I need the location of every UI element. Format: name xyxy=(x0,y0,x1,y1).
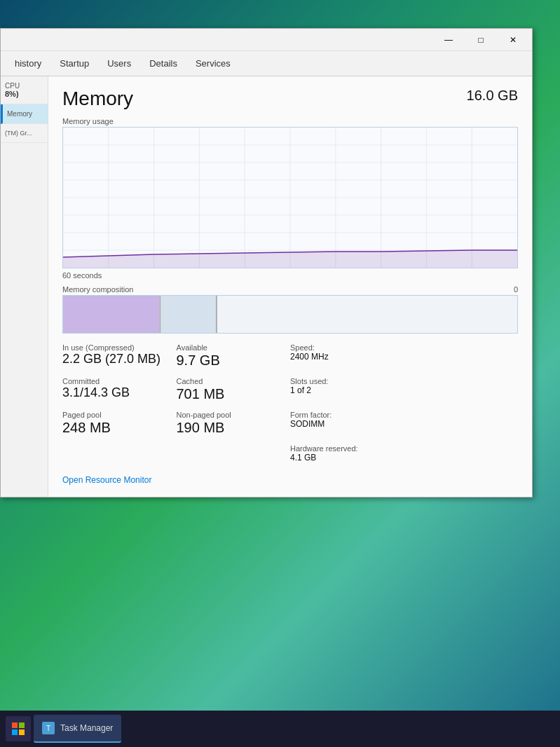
maximize-button[interactable]: □ xyxy=(465,29,497,51)
stats-grid: In use (Compressed) 2.2 GB (27.0 MB) Ava… xyxy=(62,342,518,464)
time-label: 60 seconds xyxy=(62,271,518,280)
tab-users[interactable]: Users xyxy=(99,54,139,73)
usage-chart-container xyxy=(62,127,518,268)
stat-slots: Slots used: 1 of 2 xyxy=(290,376,404,404)
title-bar: — □ ✕ xyxy=(1,29,532,51)
composition-svg xyxy=(63,296,517,334)
menu-tabs: history Startup Users Details Services xyxy=(1,51,532,76)
usage-chart-svg xyxy=(63,128,517,268)
task-manager-taskbar-label: Task Manager xyxy=(60,723,113,733)
sidebar-cpu[interactable]: CPU 8%) xyxy=(1,76,48,104)
composition-section: Memory composition 0 xyxy=(62,285,518,334)
svg-marker-16 xyxy=(63,250,517,268)
windows-logo-icon xyxy=(11,722,25,736)
svg-rect-24 xyxy=(12,729,18,735)
composition-label: Memory composition xyxy=(62,285,133,294)
stat-committed: Committed 3.1/14.3 GB xyxy=(62,376,177,404)
composition-zero: 0 xyxy=(514,285,518,294)
task-manager-icon: T xyxy=(42,722,55,734)
total-ram-label: 16.0 GB xyxy=(467,88,518,104)
composition-bar xyxy=(62,295,518,334)
composition-header: Memory composition 0 xyxy=(62,285,518,294)
stat-hardware-reserved: Hardware reserved: 4.1 GB xyxy=(290,443,518,464)
stat-speed: Speed: 2400 MHz xyxy=(290,342,404,370)
svg-rect-21 xyxy=(217,296,517,334)
svg-rect-20 xyxy=(216,296,217,334)
tab-history[interactable]: history xyxy=(6,54,50,73)
svg-rect-25 xyxy=(19,729,25,735)
page-title: Memory xyxy=(62,88,133,110)
main-content: Memory 16.0 GB Memory usage 11.9 GB xyxy=(48,76,532,497)
svg-rect-22 xyxy=(12,722,18,728)
sidebar-memory[interactable]: Memory xyxy=(1,104,48,124)
window-controls: — □ ✕ xyxy=(432,29,529,51)
stat-in-use: In use (Compressed) 2.2 GB (27.0 MB) xyxy=(62,342,177,370)
task-manager-window: — □ ✕ history Startup Users Details Serv… xyxy=(0,28,533,498)
stat-available: Available 9.7 GB xyxy=(177,342,291,370)
content-area: CPU 8%) Memory (TM) Gr... Memory 16.0 GB… xyxy=(1,76,532,497)
stat-non-paged-pool: Non-paged pool 190 MB xyxy=(177,409,291,437)
stat-paged-pool: Paged pool 248 MB xyxy=(62,409,177,437)
tab-details[interactable]: Details xyxy=(141,54,186,73)
task-manager-taskbar-item[interactable]: T Task Manager xyxy=(34,715,121,743)
svg-rect-17 xyxy=(63,296,159,334)
memory-usage-section: Memory usage 11.9 GB xyxy=(62,117,518,280)
close-button[interactable]: ✕ xyxy=(497,29,529,51)
resource-monitor-link[interactable]: Open Resource Monitor xyxy=(62,475,151,485)
chart-label: Memory usage xyxy=(62,117,518,125)
minimize-button[interactable]: — xyxy=(432,29,465,51)
stat-form-factor: Form factor: SODIMM xyxy=(290,409,404,437)
tab-startup[interactable]: Startup xyxy=(51,54,97,73)
left-sidebar: CPU 8%) Memory (TM) Gr... xyxy=(1,76,48,497)
svg-rect-19 xyxy=(161,296,216,334)
svg-rect-18 xyxy=(159,296,161,334)
taskbar: T Task Manager xyxy=(0,711,560,747)
stat-cached: Cached 701 MB xyxy=(177,376,291,404)
start-button[interactable] xyxy=(6,716,31,741)
tab-services[interactable]: Services xyxy=(187,54,239,73)
svg-rect-23 xyxy=(19,722,25,728)
sidebar-tm-gr[interactable]: (TM) Gr... xyxy=(1,124,48,143)
